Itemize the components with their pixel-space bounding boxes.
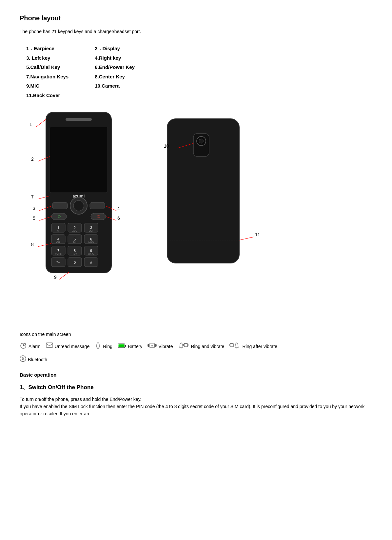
svg-text:8: 8 — [31, 242, 34, 247]
alarm-icon-item: Alarm — [20, 342, 41, 352]
svg-line-61 — [59, 272, 69, 280]
svg-text:6: 6 — [117, 216, 120, 221]
ring-and-vibrate-label: Ring and vibrate — [191, 343, 224, 350]
icons-row-2: Bluetooth — [20, 355, 372, 365]
svg-line-71 — [239, 237, 254, 240]
ring-icon — [95, 342, 101, 352]
svg-rect-4 — [52, 202, 68, 209]
phone-diagrams: azumi ✆ ✆ 1 ✉ 2 ABC 3 — [20, 109, 372, 315]
svg-text:3: 3 — [33, 206, 35, 211]
vibrate-icon: ≋ — [147, 342, 157, 352]
svg-point-67 — [199, 139, 201, 140]
switch-on-off-heading: 1、Switch On/Off the Phone — [20, 383, 372, 392]
svg-text:10: 10 — [164, 143, 169, 149]
front-phone-svg: azumi ✆ ✆ 1 ✉ 2 ABC 3 — [20, 109, 131, 312]
battery-icon-item: Battery — [118, 342, 142, 351]
svg-text:✆: ✆ — [97, 215, 100, 218]
svg-text:6: 6 — [90, 237, 92, 241]
back-phone-svg: 10 11 — [157, 115, 269, 299]
alarm-icon — [20, 342, 27, 352]
svg-text:2: 2 — [74, 226, 76, 230]
intro-text: The phone has 21 keypad keys,and a charg… — [20, 28, 372, 35]
ring-after-vibrate-icon-item: Ring after vibrate — [229, 342, 277, 352]
ring-after-vibrate-icon — [229, 342, 241, 352]
ring-icon-item: Ring — [95, 342, 112, 352]
part-5: 5.Call/Dial Key — [26, 64, 69, 71]
svg-text:3: 3 — [90, 226, 92, 230]
unread-message-icon — [46, 342, 53, 351]
svg-rect-91 — [184, 343, 187, 347]
parts-col-left: 1．Earpiece 3. Left key 5.Call/Dial Key 7… — [26, 45, 69, 99]
svg-text:#: # — [90, 260, 92, 265]
part-4: 4.Right key — [95, 54, 135, 62]
svg-text:WXYZ: WXYZ — [88, 253, 95, 255]
part-11: 11.Back Cover — [26, 92, 69, 99]
svg-rect-2 — [66, 118, 92, 121]
svg-rect-78 — [46, 343, 53, 347]
svg-rect-83 — [125, 345, 126, 347]
bluetooth-icon — [20, 355, 26, 365]
part-10: 10.Camera — [95, 82, 135, 90]
svg-text:4: 4 — [57, 237, 59, 241]
svg-text:*+: *+ — [56, 260, 60, 265]
part-1: 1．Earpiece — [26, 45, 69, 52]
icons-section: Icons on the main screen Alarm — [20, 331, 372, 365]
svg-text:11: 11 — [255, 232, 260, 237]
ring-label: Ring — [103, 343, 112, 350]
parts-col-right: 2．Display 4.Right key 6.End/Power Key 8.… — [95, 45, 135, 99]
svg-text:✉: ✉ — [57, 230, 59, 232]
svg-text:2: 2 — [31, 156, 34, 162]
svg-text:ABC: ABC — [72, 230, 77, 232]
back-phone-area: 10 11 — [157, 115, 262, 315]
part-6: 6.End/Power Key — [95, 64, 135, 71]
svg-text:✆: ✆ — [58, 215, 61, 218]
bluetooth-label: Bluetooth — [28, 356, 47, 363]
svg-text:JKL: JKL — [73, 241, 77, 243]
part-3: 3. Left key — [26, 54, 69, 62]
svg-text:4: 4 — [117, 206, 120, 211]
svg-text:1: 1 — [57, 226, 59, 230]
parts-list: 1．Earpiece 3. Left key 5.Call/Dial Key 7… — [20, 45, 372, 99]
basic-op-title: Basic operation — [20, 371, 372, 379]
svg-text:7: 7 — [31, 194, 34, 199]
svg-rect-5 — [90, 202, 105, 209]
alarm-label: Alarm — [29, 343, 41, 350]
battery-label: Battery — [128, 343, 142, 350]
svg-text:9: 9 — [54, 275, 57, 280]
svg-text:5: 5 — [33, 216, 35, 221]
basic-operation-section: Basic operation 1、Switch On/Off the Phon… — [20, 371, 372, 418]
svg-point-7 — [73, 200, 84, 211]
svg-text:PQRS: PQRS — [55, 253, 62, 255]
part-9: 9.MIC — [26, 82, 69, 90]
svg-text:8: 8 — [74, 249, 76, 253]
switch-on-off-body: To turn on/off the phone, press and hold… — [20, 396, 372, 418]
svg-rect-1 — [50, 127, 108, 193]
part-7: 7.Navigation Keys — [26, 73, 69, 81]
svg-text:9: 9 — [90, 249, 92, 253]
svg-rect-94 — [230, 343, 233, 347]
svg-text:≋: ≋ — [151, 344, 153, 347]
unread-message-label: Unread message — [55, 343, 90, 350]
ring-and-vibrate-icon-item: Ring and vibrate — [178, 342, 224, 352]
part-8: 8.Center Key — [95, 73, 135, 81]
svg-text:7: 7 — [57, 249, 59, 253]
battery-icon — [118, 342, 126, 351]
page-title: Phone layout — [20, 13, 372, 23]
vibrate-label: Vibrate — [158, 343, 173, 350]
icons-title: Icons on the main screen — [20, 331, 372, 338]
bluetooth-icon-item: Bluetooth — [20, 355, 47, 365]
ring-after-vibrate-label: Ring after vibrate — [242, 343, 277, 350]
unread-message-icon-item: Unread message — [46, 342, 90, 351]
part-2: 2．Display — [95, 45, 135, 52]
svg-text:DEF: DEF — [89, 230, 93, 232]
svg-line-45 — [36, 119, 46, 127]
svg-text:GHI: GHI — [56, 241, 61, 243]
svg-text:MNO: MNO — [88, 241, 94, 243]
svg-text:5: 5 — [74, 237, 76, 241]
ring-and-vibrate-icon — [178, 342, 189, 352]
svg-rect-82 — [118, 344, 124, 347]
svg-text:0: 0 — [74, 260, 76, 264]
vibrate-icon-item: ≋ Vibrate — [147, 342, 173, 352]
icons-row-1: Alarm Unread message Ring — [20, 342, 372, 352]
svg-text:TUV: TUV — [72, 253, 77, 255]
